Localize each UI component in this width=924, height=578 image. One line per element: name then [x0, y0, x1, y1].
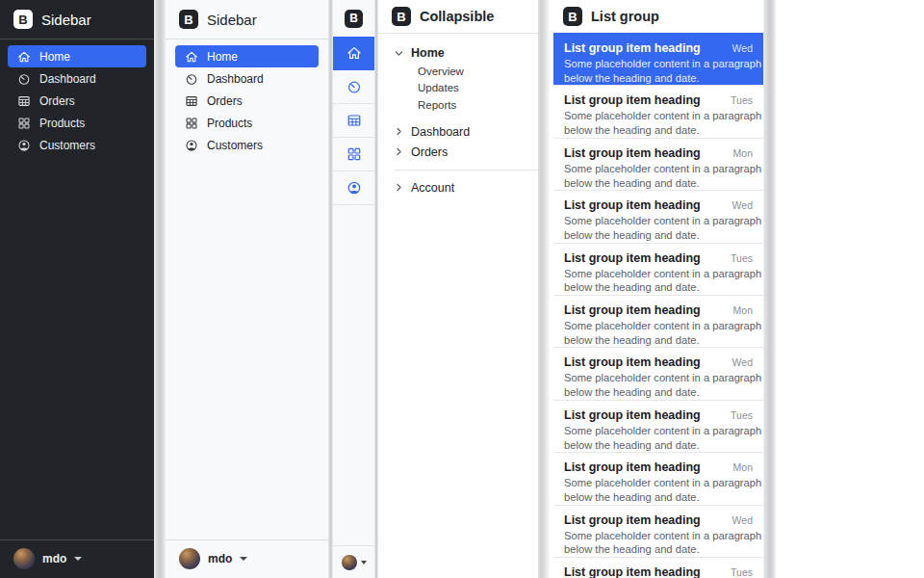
brand-light[interactable]: B Sidebar — [166, 0, 328, 39]
grid-icon — [17, 117, 31, 130]
list-item-date: Mon — [733, 461, 753, 473]
chevron-right-icon — [394, 126, 404, 137]
sidebar-item-products[interactable]: Products — [8, 112, 146, 134]
list-item-body: Some placeholder content in a paragraph … — [564, 109, 753, 138]
list-item-date: Wed — [732, 514, 753, 526]
house-icon — [346, 45, 362, 61]
tree-subitem-reports[interactable]: Reports — [418, 96, 523, 114]
bootstrap-logo-icon: B — [179, 10, 198, 29]
sidebar-collapsible: B Collapsible Home Overview Updates Repo… — [378, 0, 538, 578]
tree-item-orders[interactable]: Orders — [394, 143, 523, 162]
sidebar-item-customers[interactable]: Customers — [175, 134, 319, 156]
sidebar-footer: mdo — [0, 539, 154, 578]
list-item[interactable]: List group item heading Wed Some placeho… — [553, 505, 763, 557]
list-item-body: Some placeholder content in a paragraph … — [564, 529, 753, 558]
list-item-body: Some placeholder content in a paragraph … — [564, 267, 753, 296]
sidebar-icon-products[interactable] — [333, 138, 374, 171]
sidebar-icon-dashboard[interactable] — [333, 70, 374, 104]
list-item[interactable]: List group item heading Wed Some placeho… — [553, 347, 763, 399]
sidebar-item-label: Orders — [207, 94, 243, 108]
sidebar-icon-customers[interactable] — [333, 171, 374, 205]
list-item-date: Wed — [732, 42, 753, 54]
list-item-date: Tues — [731, 94, 753, 106]
brand-list-group[interactable]: B List group — [553, 0, 763, 33]
sidebar-item-orders[interactable]: Orders — [8, 90, 146, 112]
sidebar-list-group: B List group List group item heading Wed… — [553, 0, 763, 578]
list-item-date: Mon — [733, 147, 753, 159]
list-item-body: Some placeholder content in a paragraph … — [564, 476, 753, 505]
tree-item-account[interactable]: Account — [394, 178, 523, 197]
sidebar-item-home[interactable]: Home — [8, 45, 146, 67]
sidebar-item-label: Customers — [39, 139, 95, 152]
sidebar-icon-home[interactable] — [333, 37, 374, 70]
list-item[interactable]: List group item heading Tues Some placeh… — [553, 243, 763, 295]
list-item[interactable]: List group item heading Tues Some placeh… — [553, 400, 763, 452]
speedometer-icon — [346, 79, 362, 94]
user-menu-button[interactable]: mdo — [166, 540, 328, 578]
chevron-down-icon — [394, 48, 404, 59]
collapsible-tree: Home Overview Updates Reports Dashboard … — [378, 34, 538, 197]
list-item-body: Some placeholder content in a paragraph … — [564, 57, 753, 86]
person-circle-icon — [17, 139, 31, 152]
list-item[interactable]: List group item heading Tues Some placeh… — [553, 85, 763, 137]
list-item[interactable]: List group item heading Tues Some placeh… — [553, 557, 763, 578]
sidebar-item-home[interactable]: Home — [175, 45, 319, 67]
chevron-right-icon — [394, 146, 404, 157]
list-item-date: Tues — [731, 566, 753, 578]
grid-icon — [346, 146, 362, 162]
caret-down-icon — [74, 557, 82, 561]
tree-subitem-updates[interactable]: Updates — [418, 80, 523, 97]
brand-title: Sidebar — [207, 12, 257, 28]
list-item[interactable]: List group item heading Mon Some placeho… — [553, 452, 763, 504]
sidebar-item-label: Home — [39, 50, 70, 64]
list-item-heading: List group item heading — [564, 251, 701, 265]
list-item[interactable]: List group item heading Wed Some placeho… — [553, 33, 763, 85]
sidebar-item-customers[interactable]: Customers — [8, 134, 146, 156]
tree-item-home[interactable]: Home — [394, 43, 523, 63]
brand-icons[interactable]: B — [333, 0, 374, 37]
caret-down-icon — [240, 557, 247, 561]
nav-light: Home Dashboard Orders Products Customers — [166, 39, 328, 162]
username: mdo — [42, 552, 66, 565]
user-menu-button[interactable]: mdo — [0, 540, 154, 578]
list-item[interactable]: List group item heading Mon Some placeho… — [553, 138, 763, 190]
chevron-right-icon — [394, 182, 404, 193]
list-item-body: Some placeholder content in a paragraph … — [564, 162, 753, 191]
sidebar-item-products[interactable]: Products — [175, 112, 319, 134]
list-item-heading: List group item heading — [564, 460, 701, 474]
speedometer-icon — [185, 72, 198, 86]
brand-collapsible[interactable]: B Collapsible — [378, 0, 538, 33]
table-icon — [17, 94, 31, 108]
sidebar-item-dashboard[interactable]: Dashboard — [175, 67, 319, 90]
sidebar-dark: B Sidebar Home Dashboard Orders Products — [0, 0, 154, 578]
list-item[interactable]: List group item heading Wed Some placeho… — [553, 190, 763, 242]
sidebar-item-label: Orders — [39, 94, 75, 108]
sidebar-icons: B — [333, 0, 374, 578]
list-item-date: Mon — [733, 304, 753, 316]
list-item-date: Tues — [731, 409, 753, 421]
list-item-body: Some placeholder content in a paragraph … — [564, 319, 753, 348]
sidebar-item-label: Dashboard — [39, 72, 96, 86]
sidebar-item-label: Products — [39, 117, 85, 130]
list-item-heading: List group item heading — [564, 565, 701, 578]
list-item[interactable]: List group item heading Mon Some placeho… — [553, 295, 763, 347]
list-item-body: Some placeholder content in a paragraph … — [564, 424, 753, 453]
avatar — [13, 548, 35, 569]
list-item-heading: List group item heading — [564, 408, 701, 422]
tree-item-dashboard[interactable]: Dashboard — [394, 122, 523, 142]
sidebar-item-dashboard[interactable]: Dashboard — [8, 67, 146, 90]
list-item-heading: List group item heading — [564, 303, 701, 317]
bootstrap-logo-icon: B — [345, 10, 363, 28]
tree-subitem-overview[interactable]: Overview — [418, 63, 523, 80]
list-item-heading: List group item heading — [564, 93, 701, 107]
list-group: List group item heading Wed Some placeho… — [553, 33, 763, 578]
list-item-body: Some placeholder content in a paragraph … — [564, 371, 753, 400]
bootstrap-logo-icon: B — [13, 10, 33, 29]
sidebar-item-orders[interactable]: Orders — [175, 90, 319, 112]
sidebar-icon-orders[interactable] — [333, 104, 374, 138]
grid-icon — [185, 117, 198, 130]
list-item-heading: List group item heading — [564, 198, 701, 212]
list-item-heading: List group item heading — [564, 41, 701, 55]
user-menu-button[interactable] — [333, 545, 374, 578]
brand-dark[interactable]: B Sidebar — [0, 0, 154, 39]
